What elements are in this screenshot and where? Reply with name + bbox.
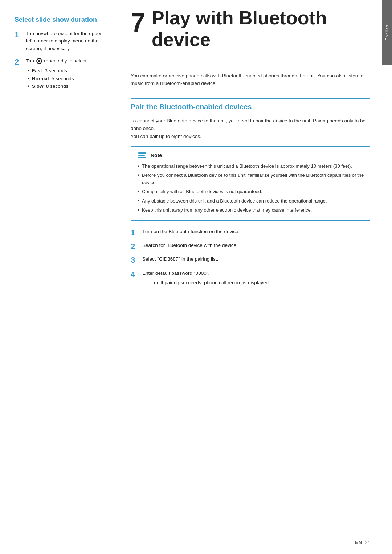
pair-step-1-text: Turn on the Bluetooth function on the de… — [142, 229, 240, 234]
pair-step-1-content: Turn on the Bluetooth function on the de… — [142, 228, 240, 235]
step-2-tap: Tap — [26, 58, 36, 64]
note-lines-icon — [138, 152, 146, 158]
step-number-2: 2 — [15, 57, 25, 67]
pair-step-2-content: Search for Bluetooth device with the dev… — [142, 242, 238, 249]
chapter-intro: You can make or receive phone calls with… — [131, 72, 370, 87]
note-line-1 — [138, 152, 146, 154]
speed-slow-label: Slow — [32, 83, 44, 89]
step-2-repeatedly: repeatedly to select: — [44, 58, 88, 64]
section-intro-text: To connect your Bluetooth device to the … — [131, 118, 366, 131]
section-pair-limit: You can pair up to eight devices. — [131, 134, 201, 139]
note-header: Note — [137, 151, 364, 160]
note-item-2: Before you connect a Bluetooth device to… — [137, 172, 364, 186]
left-column: Select slide show duration 1 Tap anywher… — [0, 0, 116, 554]
speed-options: Fast: 3 seconds Normal: 5 seconds Slow: … — [26, 67, 88, 90]
pair-step-number-1: 1 — [131, 228, 141, 237]
speed-normal: Normal: 5 seconds — [26, 75, 88, 83]
side-tab-label: English — [385, 25, 389, 40]
note-box: Note The operational range between this … — [131, 146, 370, 221]
chapter-title: Play with Bluetooth device — [152, 7, 370, 51]
page-footer: EN 21 — [355, 539, 370, 545]
pair-step-1: 1 Turn on the Bluetooth function on the … — [131, 228, 370, 237]
pair-step-4-sub: ↦ If pairing succeeds, phone call record… — [154, 279, 270, 287]
step-number-1: 1 — [15, 30, 25, 40]
pair-step-3-text: Select "CID3687" in the pairing list. — [142, 256, 218, 262]
left-step-1: 1 Tap anywhere except for the upper left… — [15, 30, 105, 52]
speed-fast-label: Fast — [32, 68, 42, 73]
speed-slow-value: : 8 seconds — [44, 83, 69, 89]
right-section-title: Pair the Bluetooth-enabled devices — [131, 98, 370, 111]
pair-step-number-4: 4 — [131, 270, 141, 279]
pair-step-3: 3 Select "CID3687" in the pairing list. — [131, 256, 370, 265]
right-column: 7 Play with Bluetooth device You can mak… — [116, 0, 392, 554]
note-line-3 — [138, 157, 146, 158]
pair-step-number-2: 2 — [131, 242, 141, 251]
chapter-header: 7 Play with Bluetooth device — [131, 7, 370, 62]
note-list: The operational range between this unit … — [137, 163, 364, 214]
pair-step-2-text: Search for Bluetooth device with the dev… — [142, 243, 238, 248]
pair-step-number-3: 3 — [131, 256, 141, 265]
chapter-number: 7 — [131, 9, 145, 36]
note-line-2 — [138, 155, 145, 156]
pair-step-2: 2 Search for Bluetooth device with the d… — [131, 242, 370, 251]
clock-icon — [36, 58, 42, 64]
note-label: Note — [151, 152, 162, 158]
speed-fast-value: : 3 seconds — [42, 68, 67, 73]
pair-step-3-content: Select "CID3687" in the pairing list. — [142, 256, 218, 263]
section-body: To connect your Bluetooth device to the … — [131, 117, 370, 140]
note-item-3: Compatibility with all Bluetooth devices… — [137, 188, 364, 195]
footer-en: EN — [355, 539, 362, 545]
pair-step-4: 4 Enter default password "0000". ↦ If pa… — [131, 270, 370, 287]
speed-normal-value: : 5 seconds — [49, 76, 74, 81]
note-item-4: Any obstacle between this unit and a Blu… — [137, 197, 364, 205]
speed-normal-label: Normal — [32, 76, 49, 81]
step-2-content: Tap repeatedly to select: Fast: 3 second… — [26, 57, 88, 90]
step-1-text: Tap anywhere except for the upper left c… — [26, 31, 102, 51]
speed-fast: Fast: 3 seconds — [26, 67, 88, 75]
arrow-icon: ↦ — [154, 279, 158, 287]
step-1-content: Tap anywhere except for the upper left c… — [26, 30, 105, 52]
pair-step-4-sub-text: If pairing succeeds, phone call record i… — [160, 279, 270, 286]
note-item-5: Keep this unit away from any other elect… — [137, 207, 364, 214]
speed-slow: Slow: 8 seconds — [26, 82, 88, 90]
pair-step-4-text: Enter default password "0000". — [142, 270, 209, 276]
side-tab: English — [382, 0, 392, 65]
note-item-1: The operational range between this unit … — [137, 163, 364, 170]
note-icon — [137, 151, 148, 160]
footer-page: 21 — [365, 540, 370, 545]
pair-step-4-content: Enter default password "0000". ↦ If pair… — [142, 270, 270, 287]
pairing-steps: 1 Turn on the Bluetooth function on the … — [131, 228, 370, 287]
step-2-intro: Tap repeatedly to select: — [26, 57, 88, 65]
left-steps-list: 1 Tap anywhere except for the upper left… — [15, 30, 105, 90]
left-section-title: Select slide show duration — [15, 12, 105, 24]
left-step-2: 2 Tap repeatedly to select: Fast: 3 seco… — [15, 57, 105, 90]
